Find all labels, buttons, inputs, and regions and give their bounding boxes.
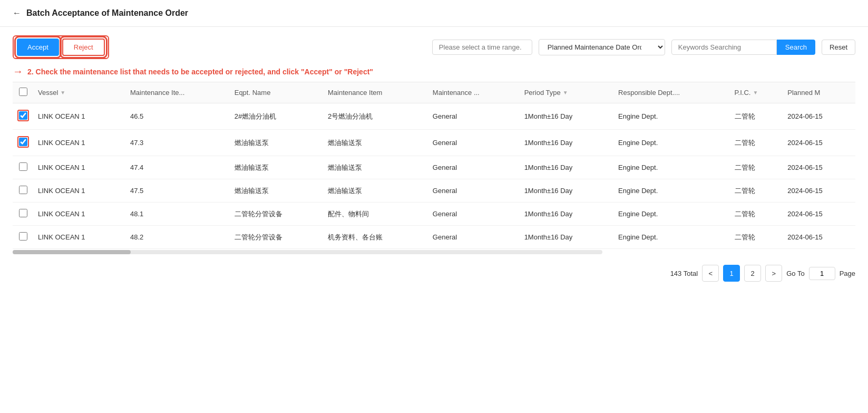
maintenance-table: Vessel ▼ Maintenance Ite... Eqpt. Name M… [13, 82, 855, 249]
cell-maintenance_item_no: 48.1 [126, 203, 230, 226]
table-row: LINK OCEAN 148.1二管轮分管设备配件、物料间General1Mon… [13, 203, 855, 226]
select-all-checkbox[interactable] [19, 88, 27, 96]
goto-input[interactable] [809, 267, 835, 280]
page-total: 143 Total [670, 270, 698, 277]
cell-responsible_dept: Engine Dept. [614, 103, 730, 130]
cell-maintenance_item: 机务资料、各台账 [324, 226, 428, 249]
cell-maintenance_item_no: 47.4 [126, 156, 230, 179]
page-container: ← Batch Acceptance of Maintenance Order … [0, 0, 868, 413]
row-checkbox[interactable] [19, 209, 27, 217]
cell-responsible_dept: Engine Dept. [614, 203, 730, 226]
table-row: LINK OCEAN 148.2二管轮分管设备机务资料、各台账General1M… [13, 226, 855, 249]
col-planned-date: Planned M [783, 82, 855, 103]
cell-planned_date: 2024-06-15 [783, 103, 855, 130]
cell-eqpt_name: 二管轮分管设备 [230, 226, 324, 249]
cell-eqpt_name: 2#燃油分油机 [230, 103, 324, 130]
prev-page-button[interactable]: < [702, 265, 719, 282]
search-input[interactable] [671, 40, 777, 55]
search-group: Search [671, 40, 815, 55]
cell-vessel: LINK OCEAN 1 [34, 203, 126, 226]
page-1-button[interactable]: 1 [723, 265, 740, 282]
page-title: Batch Acceptance of Maintenance Order [26, 8, 188, 18]
cell-period_type: 1Month±16 Day [520, 226, 614, 249]
cell-maintenance_desc: General [428, 156, 520, 179]
scrollbar-thumb[interactable] [13, 250, 131, 254]
cell-eqpt_name: 燃油输送泵 [230, 156, 324, 179]
time-range-input[interactable] [432, 40, 532, 55]
cell-period_type: 1Month±16 Day [520, 130, 614, 156]
cell-eqpt_name: 燃油输送泵 [230, 179, 324, 203]
cell-planned_date: 2024-06-15 [783, 130, 855, 156]
col-maintenance-item: Maintenance Item [324, 82, 428, 103]
row-checkbox[interactable] [19, 186, 27, 194]
goto-label: Go To [786, 270, 804, 277]
cell-planned_date: 2024-06-15 [783, 156, 855, 179]
cell-eqpt_name: 二管轮分管设备 [230, 203, 324, 226]
cell-planned_date: 2024-06-15 [783, 226, 855, 249]
cell-maintenance_desc: General [428, 130, 520, 156]
period-sort-icon[interactable]: ▼ [563, 90, 568, 95]
vessel-sort-icon[interactable]: ▼ [60, 90, 65, 95]
reset-button[interactable]: Reset [822, 40, 855, 55]
pic-sort-icon[interactable]: ▼ [753, 90, 758, 95]
cell-maintenance_item_no: 47.3 [126, 130, 230, 156]
col-maintenance-item-no: Maintenance Ite... [126, 82, 230, 103]
scrollbar-track[interactable] [13, 250, 602, 254]
cell-vessel: LINK OCEAN 1 [34, 156, 126, 179]
row-checkbox-cell [13, 203, 34, 226]
row-checkbox[interactable] [19, 162, 27, 171]
scrollbar-row [0, 249, 868, 256]
cell-pic: 二管轮 [730, 179, 784, 203]
reject-button[interactable]: Reject [62, 39, 105, 56]
col-pic: P.I.C. ▼ [730, 82, 784, 103]
cell-pic: 二管轮 [730, 156, 784, 179]
cell-pic: 二管轮 [730, 226, 784, 249]
header-checkbox-cell [13, 82, 34, 103]
cell-period_type: 1Month±16 Day [520, 156, 614, 179]
table-header-row: Vessel ▼ Maintenance Ite... Eqpt. Name M… [13, 82, 855, 103]
row-checkbox-cell [13, 179, 34, 203]
next-page-button[interactable]: > [765, 265, 782, 282]
cell-vessel: LINK OCEAN 1 [34, 130, 126, 156]
cell-maintenance_item: 燃油输送泵 [324, 179, 428, 203]
cell-maintenance_item: 燃油输送泵 [324, 130, 428, 156]
search-button[interactable]: Search [777, 40, 815, 55]
cell-vessel: LINK OCEAN 1 [34, 226, 126, 249]
action-button-group: Accept Reject [13, 35, 109, 59]
page-header: ← Batch Acceptance of Maintenance Order [0, 0, 868, 27]
page-label: Page [840, 270, 855, 277]
row-checkbox-cell [13, 103, 34, 130]
row-checkbox-cell [13, 226, 34, 249]
cell-maintenance_item: 2号燃油分油机 [324, 103, 428, 130]
row-checkbox[interactable] [19, 232, 27, 241]
cell-pic: 二管轮 [730, 130, 784, 156]
instruction-text: 2. Check the maintenance list that needs… [27, 68, 373, 76]
cell-responsible_dept: Engine Dept. [614, 130, 730, 156]
row-checkbox[interactable] [19, 138, 27, 146]
page-2-button[interactable]: 2 [744, 265, 761, 282]
col-responsible-dept: Responsible Dept.... [614, 82, 730, 103]
sort-select[interactable]: Planned Maintenance Date Order [539, 39, 665, 55]
cell-maintenance_desc: General [428, 226, 520, 249]
cell-period_type: 1Month±16 Day [520, 179, 614, 203]
table-row: LINK OCEAN 147.4燃油输送泵燃油输送泵General1Month±… [13, 156, 855, 179]
cell-planned_date: 2024-06-15 [783, 179, 855, 203]
table-row: LINK OCEAN 146.52#燃油分油机2号燃油分油机General1Mo… [13, 103, 855, 130]
back-button[interactable]: ← [13, 8, 21, 18]
accept-button[interactable]: Accept [17, 39, 59, 56]
cell-pic: 二管轮 [730, 203, 784, 226]
cell-maintenance_item: 燃油输送泵 [324, 156, 428, 179]
cell-maintenance_desc: General [428, 179, 520, 203]
cell-eqpt_name: 燃油输送泵 [230, 130, 324, 156]
instruction-row: → 2. Check the maintenance list that nee… [0, 63, 868, 82]
col-maintenance-desc: Maintenance ... [428, 82, 520, 103]
cell-maintenance_item_no: 48.2 [126, 226, 230, 249]
row-checkbox-cell [13, 156, 34, 179]
row-checkbox[interactable] [19, 111, 27, 120]
cell-maintenance_item_no: 47.5 [126, 179, 230, 203]
toolbar: Accept Reject Planned Maintenance Date O… [0, 27, 868, 63]
cell-responsible_dept: Engine Dept. [614, 226, 730, 249]
col-vessel: Vessel ▼ [34, 82, 126, 103]
cell-vessel: LINK OCEAN 1 [34, 179, 126, 203]
cell-period_type: 1Month±16 Day [520, 103, 614, 130]
